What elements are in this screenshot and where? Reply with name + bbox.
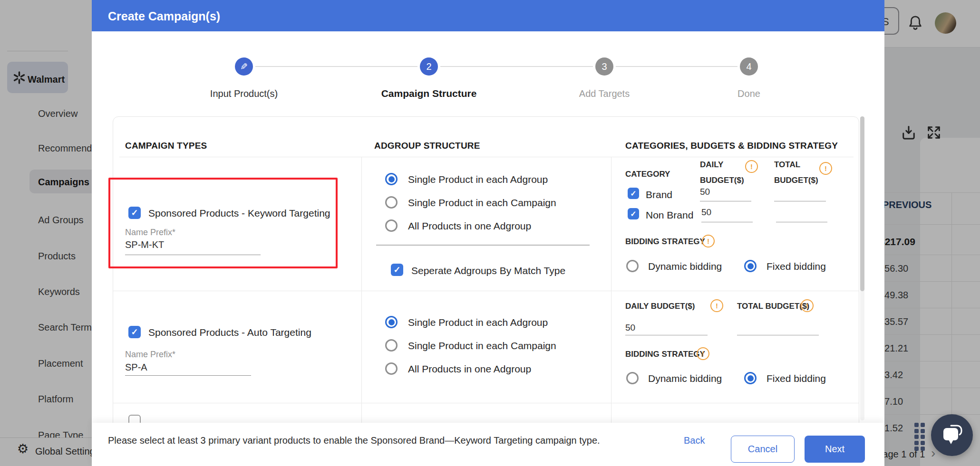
adgroup-option-label[interactable]: Single Product in each Campaign	[408, 197, 556, 209]
non-brand-total-budget-input[interactable]	[776, 222, 827, 222]
section-header-categories-budgets: CATEGORIES, BUDGETS & BIDDING STRATEGY	[625, 141, 838, 151]
cancel-button[interactable]: Cancel	[731, 436, 795, 463]
warning-icon[interactable]: !	[819, 162, 832, 175]
fixed-bidding-label[interactable]: Fixed bidding	[767, 373, 826, 384]
warning-icon[interactable]: !	[801, 299, 814, 312]
step-3-circle[interactable]: 3	[595, 57, 613, 76]
create-campaigns-modal: Create Campaign(s) ✎ 2 3 4 Input Product…	[92, 0, 884, 466]
dynamic-bidding-label[interactable]: Dynamic bidding	[648, 261, 722, 272]
chat-launcher-button[interactable]	[931, 414, 973, 456]
dynamic-bidding-radio-row2[interactable]	[626, 372, 639, 384]
adgroup-option-label[interactable]: Single Product in each Adgroup	[408, 317, 548, 328]
fixed-bidding-label[interactable]: Fixed bidding	[767, 261, 826, 272]
step-2-circle[interactable]: 2	[420, 57, 438, 76]
total-budget-header-line1: TOTAL	[774, 160, 800, 170]
footer-warning-message: Please select at least 3 primary variant…	[108, 435, 600, 446]
modal-title: Create Campaign(s)	[108, 10, 220, 23]
category-non-brand-checkbox[interactable]: ✓	[628, 208, 639, 219]
step-2-label: Campaign Structure	[358, 88, 500, 99]
pencil-icon: ✎	[240, 61, 248, 72]
step-connector	[255, 66, 417, 67]
bidding-strategy-header-row2: BIDDING STRATEGY	[625, 350, 705, 359]
brand-daily-budget-input[interactable]: 50	[700, 187, 710, 197]
step-4-number: 4	[746, 61, 751, 72]
modal-header: Create Campaign(s)	[92, 0, 884, 31]
modal-scrollbar-thumb[interactable]	[860, 116, 864, 291]
dynamic-bidding-radio-row1[interactable]	[626, 260, 639, 272]
exclamation-glyph: !	[702, 350, 704, 358]
modal-footer: Please select at least 3 primary variant…	[92, 423, 884, 466]
adgroup-option-label[interactable]: All Products in one Adgroup	[408, 220, 531, 232]
category-column-header: CATEGORY	[625, 170, 670, 179]
step-connector	[440, 66, 593, 67]
exclamation-glyph: !	[750, 162, 753, 171]
input-underline	[700, 201, 751, 201]
drag-handle-icon[interactable]	[914, 423, 926, 450]
exclamation-glyph: !	[716, 302, 718, 310]
step-1-label: Input Product(s)	[173, 88, 315, 99]
adgroup-option-single-adgroup-radio-row1[interactable]	[385, 173, 398, 185]
check-icon: ✓	[131, 327, 138, 337]
step-3-label: Add Targets	[533, 88, 676, 99]
adgroup-option-single-campaign-radio-row2[interactable]	[385, 339, 398, 352]
daily-budget-header-row2: DAILY BUDGET($)	[625, 302, 695, 311]
warning-icon[interactable]: !	[702, 235, 715, 247]
input-underline	[625, 335, 708, 335]
total-budget-header-line2: BUDGET($)	[774, 176, 818, 185]
adgroup-option-all-products-radio-row1[interactable]	[385, 219, 398, 232]
exclamation-glyph: !	[806, 302, 808, 310]
row-divider	[113, 403, 859, 403]
warning-icon[interactable]: !	[710, 299, 723, 312]
fixed-bidding-radio-row2[interactable]	[744, 372, 757, 384]
separate-adgroups-checkbox[interactable]: ✓	[391, 264, 403, 276]
section-header-underline	[119, 157, 854, 157]
check-icon: ✓	[393, 265, 400, 275]
brand-total-budget-input[interactable]	[774, 201, 826, 201]
exclamation-glyph: !	[825, 164, 827, 172]
category-brand-label[interactable]: Brand	[646, 189, 672, 200]
check-icon: ✓	[630, 189, 636, 198]
warning-icon[interactable]: !	[697, 347, 709, 360]
step-4-label: Done	[678, 88, 820, 99]
section-header-campaign-types: CAMPAIGN TYPES	[125, 141, 207, 151]
campaign-type-auto-label[interactable]: Sponsored Products - Auto Targeting	[148, 327, 311, 338]
daily-budget-header-line2: BUDGET($)	[700, 176, 744, 185]
category-brand-checkbox[interactable]: ✓	[628, 188, 639, 199]
step-2-number: 2	[426, 61, 431, 72]
step-1-circle[interactable]: ✎	[235, 57, 253, 76]
next-button[interactable]: Next	[805, 436, 865, 463]
non-brand-daily-budget-input[interactable]: 50	[701, 207, 711, 218]
campaign-type-auto-checkbox[interactable]: ✓	[128, 326, 141, 338]
adgroup-option-all-products-radio-row2[interactable]	[385, 362, 398, 375]
adgroup-option-label[interactable]: All Products in one Adgroup	[408, 363, 531, 375]
daily-budget-input-row2[interactable]: 50	[625, 323, 635, 333]
adgroup-option-label[interactable]: Single Product in each Adgroup	[408, 174, 548, 185]
step-connector	[616, 66, 737, 67]
fixed-bidding-radio-row1[interactable]	[744, 260, 757, 272]
input-underline	[701, 222, 753, 222]
adgroup-option-single-adgroup-radio-row2[interactable]	[385, 316, 398, 328]
adgroup-divider	[376, 245, 590, 246]
section-header-adgroup-structure: ADGROUP STRUCTURE	[374, 141, 480, 151]
input-underline	[125, 375, 251, 376]
dynamic-bidding-label[interactable]: Dynamic bidding	[648, 373, 722, 384]
warning-icon[interactable]: !	[745, 160, 758, 173]
category-non-brand-label[interactable]: Non Brand	[646, 209, 693, 221]
total-budget-header-row2: TOTAL BUDGET($)	[737, 302, 809, 311]
highlight-annotation-rectangle	[108, 178, 338, 268]
chat-bubble-icon	[941, 424, 963, 446]
total-budget-input-row2[interactable]	[737, 335, 819, 335]
column-divider	[611, 157, 611, 423]
bidding-strategy-header-row1: BIDDING STRATEGY	[625, 237, 705, 247]
name-prefix-label: Name Prefix*	[125, 350, 175, 360]
app-root: S Walmart Overview Recommendations Campa…	[0, 0, 980, 466]
step-4-circle[interactable]: 4	[740, 57, 758, 76]
adgroup-option-label[interactable]: Single Product in each Campaign	[408, 340, 556, 352]
row-divider	[113, 291, 859, 291]
separate-adgroups-label[interactable]: Seperate Adgroups By Match Type	[411, 265, 565, 276]
back-button[interactable]: Back	[684, 435, 705, 446]
step-3-number: 3	[602, 61, 607, 72]
adgroup-option-single-campaign-radio-row1[interactable]	[385, 196, 398, 209]
name-prefix-input[interactable]: SP-A	[125, 362, 147, 373]
daily-budget-header-line1: DAILY	[700, 160, 723, 170]
